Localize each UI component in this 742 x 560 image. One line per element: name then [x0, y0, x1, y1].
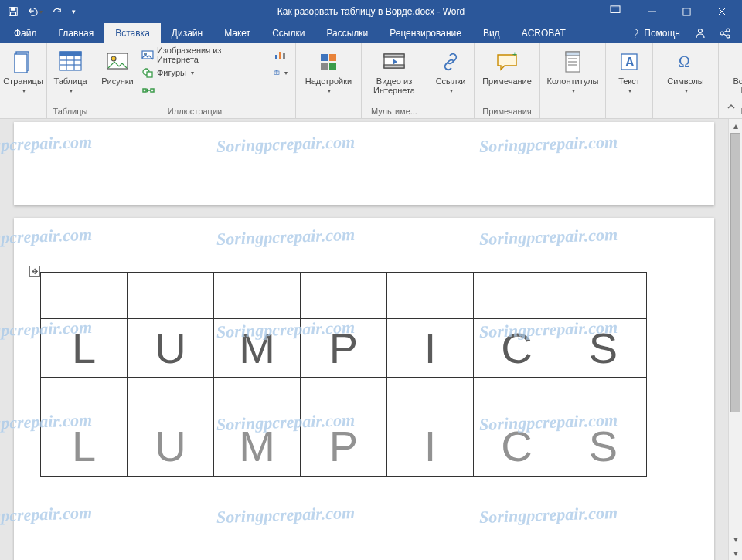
- tab-references[interactable]: Ссылки: [261, 23, 315, 43]
- svg-rect-30: [283, 53, 285, 59]
- shapes-label: Фигуры: [157, 68, 186, 77]
- document-table[interactable]: L U M P I C S L U M P: [40, 272, 647, 477]
- redo-button[interactable]: [46, 2, 66, 22]
- symbols-button[interactable]: Ω Символы: [658, 46, 713, 116]
- title-bar: ▾ Как разорвать таблицу в Ворде.docx - W…: [0, 0, 742, 23]
- addins-label: Надстройки: [305, 76, 352, 86]
- smartart-button[interactable]: [139, 82, 158, 99]
- scroll-thumb[interactable]: [730, 133, 740, 412]
- group-links: Ссылки: [427, 43, 475, 118]
- tab-mailings[interactable]: Рассылки: [315, 23, 379, 43]
- pictures-button[interactable]: Рисунки: [99, 46, 136, 107]
- tab-design[interactable]: Дизайн: [161, 23, 213, 43]
- online-video-button[interactable]: Видео из Интернета: [366, 46, 422, 107]
- table-row[interactable]: L U M P I C S: [41, 416, 647, 477]
- svg-rect-34: [321, 54, 328, 61]
- pages-label: Страницы: [3, 76, 43, 86]
- links-button[interactable]: Ссылки: [432, 46, 469, 116]
- svg-rect-13: [15, 54, 27, 73]
- screenshot-button[interactable]: [271, 64, 291, 81]
- group-comments-label: Примечания: [479, 107, 535, 118]
- quick-access-toolbar: ▾: [3, 2, 79, 22]
- svg-point-21: [111, 56, 116, 61]
- group-media: Видео из Интернета Мультиме...: [362, 43, 427, 118]
- svg-rect-5: [683, 8, 690, 15]
- screenshot-icon: [274, 66, 280, 79]
- pictures-icon: [106, 49, 129, 75]
- svg-rect-43: [566, 52, 580, 56]
- tab-view[interactable]: Вид: [472, 23, 511, 43]
- page-current: L U M P I C S L U M P: [14, 218, 714, 560]
- table-row[interactable]: [41, 378, 647, 416]
- links-icon: [441, 49, 461, 75]
- scroll-up-button[interactable]: ▴: [729, 119, 742, 133]
- video-label: Видео из Интернета: [370, 76, 418, 95]
- document-area[interactable]: L U M P I C S L U M P: [0, 119, 728, 560]
- addins-icon: [318, 49, 339, 75]
- pages-button[interactable]: Страницы: [5, 46, 42, 116]
- tab-acrobat[interactable]: ACROBAT: [511, 23, 577, 43]
- undo-button[interactable]: [25, 2, 45, 22]
- table-row[interactable]: L U M P I C S: [41, 319, 647, 378]
- chart-button[interactable]: [271, 46, 291, 63]
- minimize-button[interactable]: [635, 0, 669, 23]
- share-button[interactable]: [689, 27, 711, 39]
- svg-rect-40: [384, 65, 404, 68]
- svg-rect-1: [11, 8, 15, 11]
- account-icon: [719, 27, 731, 39]
- headerfooter-button[interactable]: Колонтитулы: [545, 46, 601, 116]
- scroll-end-button[interactable]: ▾: [729, 546, 742, 560]
- table-button[interactable]: Таблица: [52, 46, 89, 107]
- pictures-label: Рисунки: [101, 76, 134, 86]
- online-pictures-label: Изображения из Интернета: [157, 46, 265, 64]
- group-headerfooter-label: [545, 116, 601, 118]
- save-button[interactable]: [3, 2, 23, 22]
- table-row[interactable]: [41, 273, 647, 319]
- svg-rect-35: [329, 54, 336, 61]
- svg-rect-39: [384, 54, 404, 57]
- ribbon-tabs: Файл Главная Вставка Дизайн Макет Ссылки…: [0, 23, 742, 43]
- tab-review[interactable]: Рецензирование: [379, 23, 472, 43]
- group-pages-label: [5, 116, 42, 118]
- tab-layout[interactable]: Макет: [213, 23, 261, 43]
- addins-button[interactable]: Надстройки: [301, 46, 356, 116]
- svg-rect-2: [11, 12, 16, 15]
- scroll-track[interactable]: [730, 133, 740, 532]
- comment-label: Примечание: [482, 76, 532, 86]
- collapse-ribbon-button[interactable]: [725, 101, 737, 114]
- svg-point-32: [276, 72, 278, 74]
- vertical-scrollbar[interactable]: ▴ ▾ ▾: [728, 119, 742, 560]
- svg-rect-33: [276, 70, 277, 71]
- svg-rect-29: [279, 52, 281, 59]
- page-previous-bottom: [14, 122, 714, 205]
- chart-icon: [274, 49, 286, 61]
- qat-customize-button[interactable]: ▾: [68, 2, 79, 22]
- svg-rect-26: [143, 89, 146, 92]
- svg-rect-15: [60, 52, 81, 56]
- online-pictures-button[interactable]: Изображения из Интернета: [138, 46, 269, 63]
- comment-button[interactable]: + Примечание: [479, 46, 535, 107]
- group-addins: Надстройки: [296, 43, 362, 118]
- shapes-button[interactable]: Фигуры: [138, 64, 269, 81]
- tell-me-button[interactable]: Помощн: [624, 28, 686, 39]
- svg-rect-37: [329, 63, 336, 70]
- ribbon-display-options-button[interactable]: [604, 0, 627, 20]
- scroll-down-button[interactable]: ▾: [729, 532, 742, 546]
- group-symbols-label: [658, 116, 713, 118]
- table-icon: [59, 49, 82, 75]
- flash-button[interactable]: Встроить Flash: [723, 46, 742, 107]
- group-links-label: [432, 116, 469, 118]
- maximize-button[interactable]: [669, 0, 704, 23]
- svg-point-10: [727, 35, 730, 38]
- tab-insert[interactable]: Вставка: [104, 23, 161, 43]
- tab-file[interactable]: Файл: [3, 23, 48, 43]
- close-button[interactable]: [704, 0, 739, 23]
- account-button[interactable]: [714, 27, 736, 39]
- text-button[interactable]: A Текст: [611, 46, 648, 116]
- group-illustrations: Рисунки Изображения из Интернета Фигуры: [94, 43, 296, 118]
- group-headerfooter: Колонтитулы: [540, 43, 606, 118]
- table-move-handle[interactable]: [29, 266, 40, 277]
- links-label: Ссылки: [436, 76, 466, 86]
- headerfooter-label: Колонтитулы: [547, 76, 599, 86]
- tab-home[interactable]: Главная: [48, 23, 105, 43]
